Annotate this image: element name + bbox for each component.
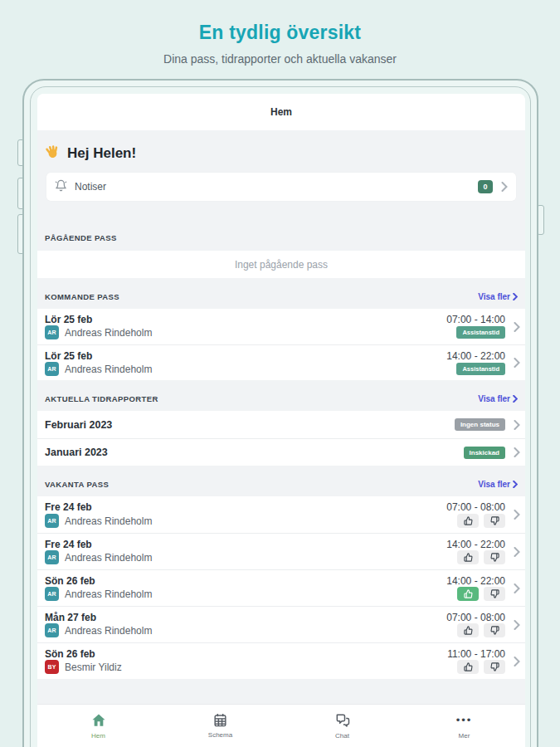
vacant-shift-row[interactable]: Sön 26 feb11:00 - 17:00BYBesmir Yildiz bbox=[37, 642, 525, 679]
tab-more[interactable]: ••• Mer bbox=[403, 705, 525, 747]
timereports-show-more-link[interactable]: Visa fler bbox=[478, 394, 518, 403]
tab-chat[interactable]: Chat bbox=[281, 705, 403, 747]
chevron-right-icon bbox=[505, 420, 520, 430]
chevron-right-icon bbox=[505, 575, 520, 601]
shift-type-badge: Assistanstid bbox=[456, 363, 505, 375]
thumbs-down-button[interactable] bbox=[484, 623, 505, 637]
chevron-right-icon bbox=[493, 182, 508, 192]
chat-icon bbox=[334, 712, 351, 729]
vacant-shift-row[interactable]: Fre 24 feb14:00 - 22:00ARAndreas Rindeho… bbox=[37, 533, 525, 569]
report-status-badge: Ingen status bbox=[455, 418, 505, 431]
notifications-label: Notiser bbox=[75, 181, 478, 193]
upcoming-section-header: KOMMANDE PASS Visa fler bbox=[37, 278, 525, 309]
thumbs-down-button[interactable] bbox=[484, 587, 505, 601]
timereport-rows: Februari 2023 Ingen status Januari 2023 … bbox=[37, 411, 525, 466]
upcoming-shift-row[interactable]: Lör 25 feb 07:00 - 14:00 AR Andreas Rind… bbox=[37, 309, 525, 344]
bottom-spacer bbox=[37, 679, 525, 704]
shift-date: Mån 27 feb bbox=[45, 612, 96, 623]
show-more-label: Visa fler bbox=[478, 292, 510, 301]
person-name: Andreas Rindeholm bbox=[65, 588, 152, 600]
app-navbar: Hem bbox=[37, 94, 525, 130]
shift-date: Fre 24 feb bbox=[45, 501, 92, 513]
avatar: AR bbox=[45, 362, 59, 376]
page-subtitle: Dina pass, tidrapporter och aktuella vak… bbox=[0, 52, 560, 66]
waving-hand-icon bbox=[45, 144, 61, 163]
tab-label: Hem bbox=[91, 732, 105, 740]
tablet-frame: Hem Hej Helen! bbox=[22, 79, 538, 747]
vacant-shift-row[interactable]: Mån 27 feb07:00 - 08:00ARAndreas Rindeho… bbox=[37, 606, 525, 642]
timereports-section-title: AKTUELLA TIDRAPPORTER bbox=[45, 394, 158, 403]
vacant-section-header: VAKANTA PASS Visa fler bbox=[37, 466, 525, 496]
shift-time: 14:00 - 22:00 bbox=[446, 539, 505, 550]
upcoming-show-more-link[interactable]: Visa fler bbox=[478, 292, 518, 301]
avatar: AR bbox=[45, 587, 59, 601]
report-month: Februari 2023 bbox=[45, 419, 455, 431]
shift-time: 07:00 - 14:00 bbox=[446, 314, 505, 325]
shift-time: 14:00 - 22:00 bbox=[446, 350, 505, 362]
ongoing-empty-row: Inget pågående pass bbox=[37, 251, 525, 278]
thumbs-up-button[interactable] bbox=[457, 587, 479, 601]
person-name: Besmir Yildiz bbox=[65, 662, 122, 673]
calendar-icon bbox=[212, 712, 228, 728]
thumbs-up-button[interactable] bbox=[457, 660, 479, 674]
chevron-right-icon bbox=[513, 481, 518, 488]
chevron-right-icon bbox=[505, 447, 520, 457]
timereport-row[interactable]: Februari 2023 Ingen status bbox=[37, 411, 525, 438]
chevron-right-icon bbox=[505, 648, 520, 674]
ongoing-section-title: PÅGÅENDE PASS bbox=[45, 233, 117, 242]
ongoing-section-header: PÅGÅENDE PASS bbox=[37, 233, 525, 251]
page-title: En tydlig översikt bbox=[0, 22, 560, 44]
vacant-section-title: VAKANTA PASS bbox=[45, 480, 109, 489]
thumbs-down-button[interactable] bbox=[484, 514, 505, 528]
greeting-row: Hej Helen! bbox=[37, 144, 525, 163]
avatar: AR bbox=[45, 514, 59, 528]
shift-time: 07:00 - 08:00 bbox=[446, 612, 505, 623]
person-name: Andreas Rindeholm bbox=[65, 327, 152, 339]
avatar: AR bbox=[45, 623, 59, 637]
notifications-count-badge: 0 bbox=[478, 180, 493, 193]
thumbs-up-button[interactable] bbox=[457, 623, 479, 637]
more-dots-icon: ••• bbox=[456, 712, 473, 729]
person-name: Andreas Rindeholm bbox=[65, 364, 152, 375]
report-status-badge: Inskickad bbox=[464, 447, 505, 459]
chevron-right-icon bbox=[505, 501, 520, 528]
tab-home[interactable]: Hem bbox=[37, 705, 159, 747]
vacant-show-more-link[interactable]: Visa fler bbox=[478, 480, 518, 489]
show-more-label: Visa fler bbox=[478, 394, 510, 403]
timereports-section-header: AKTUELLA TIDRAPPORTER Visa fler bbox=[37, 380, 525, 411]
tab-label: Schema bbox=[208, 731, 232, 739]
page-header: En tydlig översikt Dina pass, tidrapport… bbox=[0, 0, 560, 66]
app-navbar-title: Hem bbox=[270, 106, 292, 118]
show-more-label: Visa fler bbox=[478, 480, 510, 489]
thumbs-up-button[interactable] bbox=[457, 514, 479, 528]
shift-time: 07:00 - 08:00 bbox=[446, 501, 505, 513]
bell-icon bbox=[55, 179, 67, 195]
app-screen: Hem Hej Helen! bbox=[37, 94, 525, 747]
tab-schedule[interactable]: Schema bbox=[159, 705, 281, 747]
notifications-row[interactable]: Notiser 0 bbox=[46, 173, 516, 201]
shift-date: Sön 26 feb bbox=[45, 575, 95, 587]
chevron-right-icon bbox=[505, 350, 520, 375]
chevron-right-icon bbox=[513, 395, 518, 403]
shift-time: 11:00 - 17:00 bbox=[447, 648, 505, 660]
person-name: Andreas Rindeholm bbox=[65, 515, 152, 527]
person-name: Andreas Rindeholm bbox=[65, 625, 152, 637]
home-icon bbox=[90, 712, 107, 729]
vacant-rows: Fre 24 feb07:00 - 08:00ARAndreas Rindeho… bbox=[37, 496, 525, 679]
thumbs-down-button[interactable] bbox=[484, 550, 505, 564]
chevron-right-icon bbox=[505, 612, 520, 637]
timereport-row[interactable]: Januari 2023 Inskickad bbox=[37, 438, 525, 466]
tab-label: Mer bbox=[459, 732, 470, 740]
avatar: BY bbox=[45, 660, 59, 674]
thumbs-up-button[interactable] bbox=[457, 550, 479, 564]
vacant-shift-row[interactable]: Fre 24 feb07:00 - 08:00ARAndreas Rindeho… bbox=[37, 496, 525, 533]
person-name: Andreas Rindeholm bbox=[65, 552, 152, 564]
upcoming-shift-row[interactable]: Lör 25 feb 14:00 - 22:00 AR Andreas Rind… bbox=[37, 344, 525, 380]
report-month: Januari 2023 bbox=[45, 447, 464, 458]
tablet-bezel: Hem Hej Helen! bbox=[30, 86, 531, 747]
thumbs-down-button[interactable] bbox=[484, 660, 505, 674]
vacant-shift-row[interactable]: Sön 26 feb14:00 - 22:00ARAndreas Rindeho… bbox=[37, 569, 525, 606]
shift-date: Lör 25 feb bbox=[45, 314, 92, 325]
upcoming-section-title: KOMMANDE PASS bbox=[45, 292, 119, 301]
shift-type-badge: Assistanstid bbox=[456, 326, 505, 339]
